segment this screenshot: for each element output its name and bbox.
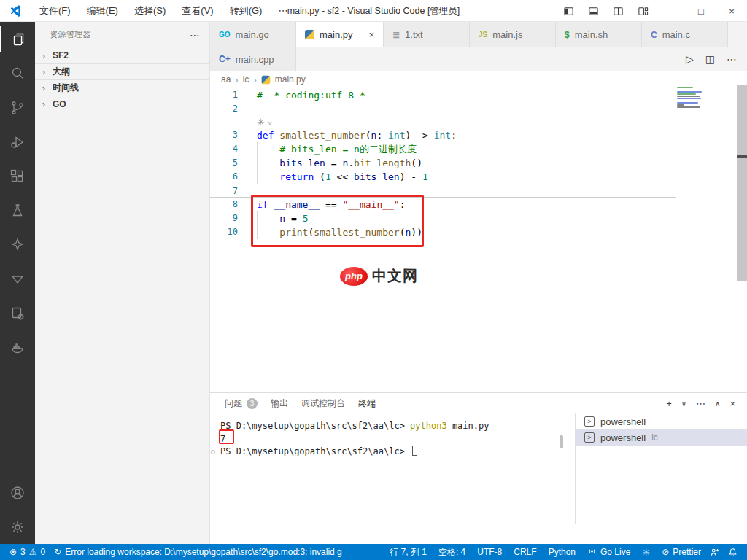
- inline-ai-widget[interactable]: ✳∨: [257, 116, 273, 128]
- tab-main-sh[interactable]: $main.sh: [556, 22, 642, 47]
- split-editor-button[interactable]: ◫: [705, 53, 715, 65]
- code-line-7[interactable]: 7: [210, 184, 676, 198]
- menu-item-3[interactable]: 查看(V): [174, 0, 221, 22]
- docker-icon[interactable]: [0, 330, 35, 365]
- settings-gear-icon[interactable]: [0, 510, 35, 544]
- code-line-2[interactable]: 2: [210, 102, 676, 116]
- close-button[interactable]: ×: [716, 0, 747, 22]
- toggle-panel-icon[interactable]: [581, 0, 605, 22]
- tab-main-go[interactable]: GOmain.go: [210, 22, 296, 47]
- explorer-icon[interactable]: [0, 22, 35, 56]
- panel-tab-1[interactable]: 输出: [271, 393, 288, 413]
- run-button[interactable]: ▷: [686, 53, 694, 65]
- tab-main-py[interactable]: main.py×: [296, 22, 384, 47]
- account-icon[interactable]: [0, 475, 35, 510]
- menu-item-1[interactable]: 编辑(E): [79, 0, 126, 22]
- menu-item-2[interactable]: 选择(S): [126, 0, 174, 22]
- code-line-8[interactable]: 8if __name__ == "__main__":: [210, 198, 676, 211]
- code-line-3[interactable]: 3def smallest_number(n: int) -> int:: [210, 128, 676, 142]
- line-number: 6: [210, 170, 238, 184]
- terminal-list-item-1[interactable]: >powershelllc: [576, 429, 747, 446]
- source-control-icon[interactable]: [0, 90, 35, 125]
- run-debug-icon[interactable]: [0, 125, 35, 159]
- panel-more-icon[interactable]: ⋯: [696, 398, 705, 409]
- code-line-5[interactable]: 5 bits_len = n.bit_length(): [210, 156, 676, 170]
- terminal-line-2: ○PS D:\mysetup\gopath\src\sf2\aa\lc>: [220, 445, 417, 458]
- new-terminal-icon[interactable]: +: [666, 398, 672, 409]
- menu-item-0[interactable]: 文件(F): [31, 0, 79, 22]
- tab-main-js[interactable]: JSmain.js: [470, 22, 556, 47]
- notifications-bell-icon[interactable]: [726, 548, 740, 557]
- tab-main-cpp[interactable]: C+main.cpp: [210, 47, 296, 71]
- breadcrumb-item[interactable]: main.py: [275, 74, 306, 85]
- code-line-9[interactable]: 9 n = 5: [210, 211, 676, 225]
- extensions-icon[interactable]: [0, 159, 35, 193]
- triangle-extension-icon[interactable]: [0, 262, 35, 296]
- code-line-10[interactable]: 10 print(smallest_number(n)): [210, 225, 676, 239]
- status-item-label: 行 7, 列 1: [390, 546, 427, 559]
- panel-tab-label: 调试控制台: [301, 393, 345, 413]
- sidebar-section-0[interactable]: ›SF2: [35, 47, 209, 63]
- ai-assistant-icon[interactable]: [0, 228, 35, 262]
- editor-tab-bar-row2: ▷ ◫ ⋯ C+main.cpp: [210, 47, 747, 71]
- code-runner-icon[interactable]: [0, 296, 35, 330]
- ai-pinwheel-icon: ✳: [642, 547, 650, 558]
- code-line-4[interactable]: 4 # bits_len = n的二进制长度: [210, 142, 676, 156]
- code-text: # -*-coding:utf-8-*-: [257, 88, 371, 102]
- breadcrumb-item[interactable]: aa: [221, 74, 231, 85]
- sidebar-more-icon[interactable]: ⋯: [190, 29, 201, 41]
- code-line-1[interactable]: 1# -*-coding:utf-8-*-: [210, 88, 676, 102]
- eol[interactable]: CRLF: [511, 547, 538, 557]
- tab-close-icon[interactable]: ×: [367, 29, 376, 40]
- go-live[interactable]: Go Live: [585, 547, 632, 557]
- more-actions-icon[interactable]: ⋯: [727, 53, 737, 65]
- panel-tab-label: 问题: [225, 393, 242, 413]
- code-editor[interactable]: aa›lc›main.py 1# -*-coding:utf-8-*-2✳∨3d…: [210, 71, 747, 392]
- cursor-position[interactable]: 行 7, 列 1: [387, 546, 429, 559]
- feedback-icon[interactable]: [708, 548, 721, 557]
- sidebar-section-3[interactable]: ›GO: [35, 96, 209, 112]
- tab-1-txt[interactable]: ≣1.txt: [384, 22, 470, 47]
- sidebar-section-1[interactable]: ›大纲: [35, 63, 209, 79]
- testing-icon[interactable]: [0, 193, 35, 228]
- breadcrumb: aa›lc›main.py: [210, 71, 747, 88]
- terminal-name: powershell: [600, 416, 646, 427]
- status-item-label: CRLF: [514, 547, 536, 557]
- toggle-sidebar-icon[interactable]: [556, 0, 581, 22]
- terminal-list-item-0[interactable]: >powershell: [576, 413, 747, 429]
- split-editor-icon[interactable]: [605, 0, 630, 22]
- tab-main-c[interactable]: Cmain.c: [642, 22, 728, 47]
- workspace-error-status[interactable]: ↻ Error loading workspace: D:\mysetup\go…: [52, 547, 344, 557]
- panel-tab-2[interactable]: 调试控制台: [301, 393, 345, 413]
- panel-tab-3[interactable]: 终端: [358, 393, 376, 413]
- watermark: php 中文网: [340, 266, 418, 286]
- indentation[interactable]: 空格: 4: [436, 546, 468, 559]
- chevron-right-icon: ›: [38, 50, 50, 61]
- line-number: 5: [210, 156, 238, 170]
- menu-item-4[interactable]: 转到(G): [222, 0, 271, 22]
- python-file-icon: [305, 30, 314, 39]
- terminal-dropdown-icon[interactable]: ∨: [681, 400, 686, 408]
- warning-count: 0: [41, 547, 46, 557]
- maximize-button[interactable]: □: [686, 0, 716, 22]
- sidebar-section-2[interactable]: ›时间线: [35, 79, 209, 96]
- problems-status[interactable]: ⊗ 3 ⚠ 0: [7, 547, 47, 557]
- language-mode[interactable]: Python: [546, 547, 578, 557]
- terminal-scrollbar-thumb[interactable]: [560, 435, 563, 448]
- prettier[interactable]: ⊘Prettier: [659, 547, 703, 557]
- ai-extension[interactable]: ✳: [640, 547, 652, 558]
- panel-tab-label: 终端: [358, 393, 376, 413]
- encoding[interactable]: UTF-8: [475, 547, 504, 557]
- breadcrumb-item[interactable]: lc: [243, 74, 249, 85]
- minimap-line: [677, 106, 700, 108]
- panel-tab-0[interactable]: 问题3: [225, 393, 258, 413]
- editor-scrollbar[interactable]: [737, 85, 747, 281]
- code-text: bits_len = n.bit_length(): [257, 156, 422, 170]
- code-line-6[interactable]: 6 return (1 << bits_len) - 1: [210, 170, 676, 184]
- minimize-button[interactable]: —: [655, 0, 686, 22]
- minimap[interactable]: [676, 87, 706, 114]
- search-icon[interactable]: [0, 56, 35, 90]
- close-panel-icon[interactable]: ×: [729, 398, 735, 409]
- customize-layout-icon[interactable]: [630, 0, 655, 22]
- maximize-panel-icon[interactable]: ∧: [715, 400, 720, 408]
